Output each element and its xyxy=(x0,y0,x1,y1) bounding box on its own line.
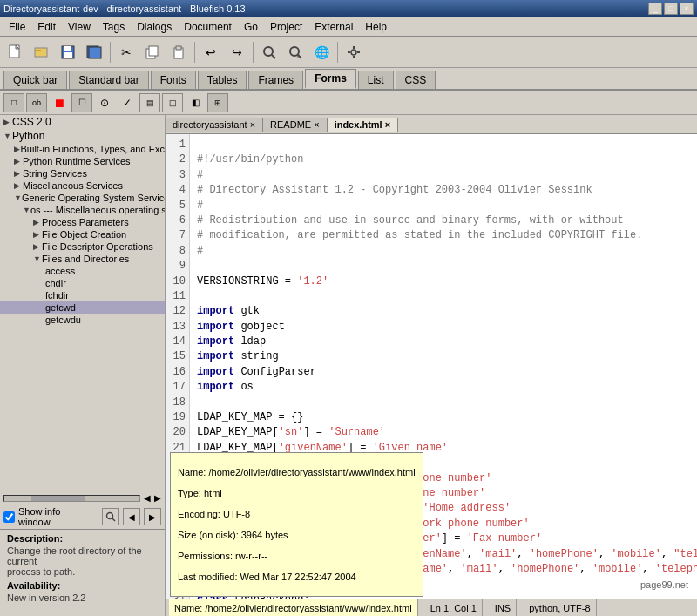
tree-label-python: Python xyxy=(12,130,44,142)
tab-list[interactable]: List xyxy=(358,71,394,89)
menu-go[interactable]: Go xyxy=(239,19,263,35)
save-button[interactable] xyxy=(56,40,80,64)
tree-label-fchdir: fchdir xyxy=(45,290,69,301)
menu-file[interactable]: File xyxy=(3,19,30,35)
tab-css[interactable]: CSS xyxy=(396,71,436,89)
find-button[interactable] xyxy=(257,40,281,64)
tree-os-misc[interactable]: ▼ os --- Miscellaneous operating s xyxy=(0,204,165,216)
menu-external[interactable]: External xyxy=(309,19,358,35)
tree-python[interactable]: ▼ Python xyxy=(0,129,165,143)
tree-file-object-creation[interactable]: ▶ File Object Creation xyxy=(0,228,165,240)
file-tab-index[interactable]: index.html × xyxy=(328,118,399,132)
svg-rect-2 xyxy=(35,48,47,57)
undo-button[interactable]: ↩ xyxy=(199,40,223,64)
tree-chdir[interactable]: chdir xyxy=(0,277,165,289)
redo-button[interactable]: ↪ xyxy=(225,40,249,64)
icon-btn-check[interactable]: ✓ xyxy=(117,93,138,112)
show-info-label: Show info window xyxy=(18,506,95,527)
maximize-button[interactable]: □ xyxy=(664,3,678,15)
search-tree-btn[interactable] xyxy=(102,508,119,525)
menu-view[interactable]: View xyxy=(63,19,96,35)
svg-point-13 xyxy=(264,47,273,56)
icon-btn-8[interactable]: ◫ xyxy=(162,93,183,112)
status-path[interactable]: Name: /home2/olivier/directoryassistant/… xyxy=(169,599,418,616)
code-line-19: LDAP_KEY_MAP['sn'] = 'Surname' xyxy=(197,426,385,438)
tree-fchdir[interactable]: fchdir xyxy=(0,289,165,301)
icon-btn-stop[interactable]: ⏹ xyxy=(49,93,70,112)
tab-fonts[interactable]: Fonts xyxy=(151,71,196,89)
icon-btn-4[interactable]: ☐ xyxy=(71,93,92,112)
copy-button[interactable] xyxy=(140,40,165,64)
nav-next-btn[interactable]: ▶ xyxy=(144,508,161,525)
tab-standard-bar[interactable]: Standard bar xyxy=(69,71,148,89)
svg-rect-6 xyxy=(64,52,72,58)
line-num: 2 xyxy=(169,152,186,167)
tree-files-dirs[interactable]: ▼ Files and Directories xyxy=(0,253,165,265)
menu-tags[interactable]: Tags xyxy=(98,19,130,35)
tree-arrow-misc: ▶ xyxy=(14,181,23,190)
svg-point-23 xyxy=(107,513,113,519)
svg-rect-3 xyxy=(35,50,41,51)
menu-edit[interactable]: Edit xyxy=(32,19,61,35)
tab-frames[interactable]: Frames xyxy=(248,71,303,89)
tree-runtime[interactable]: ▶ Python Runtime Services xyxy=(0,155,165,167)
tab-forms[interactable]: Forms xyxy=(305,69,356,89)
close-button[interactable]: × xyxy=(680,3,694,15)
tree-file-descriptor[interactable]: ▶ File Descriptor Operations xyxy=(0,240,165,253)
line-num: 6 xyxy=(169,213,186,228)
tree-getcwdu[interactable]: getcwdu xyxy=(0,314,165,326)
tree-process-params[interactable]: ▶ Process Parameters xyxy=(0,216,165,228)
menu-help[interactable]: Help xyxy=(360,19,392,35)
minimize-button[interactable]: _ xyxy=(648,3,662,15)
tree-getcwd[interactable]: getcwd xyxy=(0,301,165,314)
left-panel: ▶ CSS 2.0 ▼ Python ▶ Built-in Functions,… xyxy=(0,115,166,616)
statusbar: Name: /home2/olivier/directoryassistant/… xyxy=(166,599,697,616)
tree-arrow-file-object-creation: ▶ xyxy=(33,230,42,239)
nav-prev-btn[interactable]: ◀ xyxy=(123,508,140,525)
new-button[interactable] xyxy=(3,40,28,64)
file-tab-readme[interactable]: README × xyxy=(263,118,328,132)
code-line-5: # Redistribution and use in source and b… xyxy=(197,214,624,227)
line-num: 5 xyxy=(169,199,186,213)
file-tab-directoryassistant[interactable]: directoryassistant × xyxy=(166,118,263,132)
tree-builtins[interactable]: ▶ Built-in Functions, Types, and Exc xyxy=(0,143,165,155)
tree-misc[interactable]: ▶ Miscellaneous Services xyxy=(0,179,165,192)
tree-generic-os[interactable]: ▼ Generic Operating System Service xyxy=(0,192,165,204)
tab-quick-bar[interactable]: Quick bar xyxy=(3,71,67,89)
scroll-right-btn[interactable]: ▶ xyxy=(154,493,161,503)
tab-tables[interactable]: Tables xyxy=(198,71,247,89)
paste-button[interactable] xyxy=(166,40,191,64)
svg-line-24 xyxy=(112,518,115,521)
file-tabs: directoryassistant × README × index.html… xyxy=(166,115,697,134)
icon-btn-2[interactable]: ob xyxy=(26,93,47,112)
line-num: 10 xyxy=(169,274,186,289)
tree-access[interactable]: access xyxy=(0,265,165,277)
cut-button[interactable]: ✂ xyxy=(114,40,139,64)
preferences-button[interactable] xyxy=(342,40,366,64)
menu-document[interactable]: Document xyxy=(179,19,237,35)
icon-btn-1[interactable]: □ xyxy=(3,93,24,112)
find-replace-button[interactable]: r xyxy=(283,40,308,64)
icon-btn-7[interactable]: ▤ xyxy=(139,93,160,112)
menu-project[interactable]: Project xyxy=(265,19,308,35)
tree-css20[interactable]: ▶ CSS 2.0 xyxy=(0,115,165,129)
tree-arrow-builtins: ▶ xyxy=(14,145,21,153)
titlebar-controls: _ □ × xyxy=(648,3,694,15)
open-button[interactable] xyxy=(30,40,54,64)
save-all-button[interactable] xyxy=(82,40,106,64)
sidebar-scrollbar[interactable] xyxy=(3,495,140,502)
scroll-left-btn[interactable]: ◀ xyxy=(144,493,151,503)
tree-string[interactable]: ▶ String Services xyxy=(0,167,165,179)
code-line-9: VERSIONSTRING = '1.2' xyxy=(197,275,328,288)
browser-button[interactable]: 🌐 xyxy=(309,40,334,64)
tree-label-getcwd: getcwd xyxy=(45,302,76,313)
show-info-checkbox[interactable] xyxy=(3,511,15,523)
icon-btn-radio[interactable]: ⊙ xyxy=(94,93,115,112)
menu-dialogs[interactable]: Dialogs xyxy=(132,19,177,35)
icon-btn-9[interactable]: ◧ xyxy=(185,93,206,112)
icon-btn-10[interactable]: ⊞ xyxy=(207,93,228,112)
tree-label-os-misc: os --- Miscellaneous operating s xyxy=(30,205,165,215)
availability-title: Availability: xyxy=(7,580,158,591)
line-num: 17 xyxy=(169,380,186,395)
svg-line-14 xyxy=(272,55,275,58)
